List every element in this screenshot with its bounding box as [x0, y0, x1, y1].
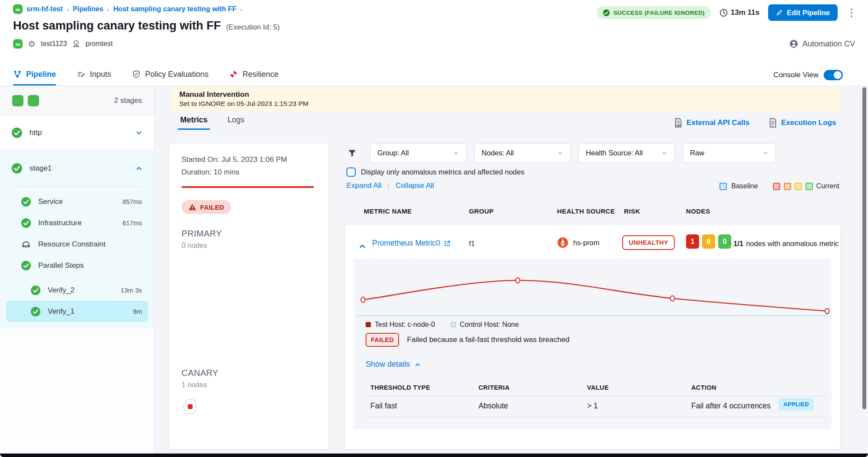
external-api-calls-label: External API Calls: [686, 118, 749, 127]
service-env-row: ∞ ⚙ test1123 promtest: [13, 39, 112, 49]
unhealthy-node-count: 1: [686, 234, 699, 249]
step-label: Infrastructure: [38, 219, 82, 227]
sidebar-step-verify1[interactable]: Verify_1 9m: [6, 301, 148, 322]
group-dropdown[interactable]: Group: All: [370, 143, 466, 163]
sidebar-step-infrastructure[interactable]: Infrastructure 617ms: [6, 212, 148, 233]
metric-name-link[interactable]: Prometheus Metric0: [372, 239, 451, 248]
test-host-label: Test Host: c-node-0: [375, 321, 435, 329]
progress-bar-failed: [182, 186, 314, 188]
health-source-dropdown[interactable]: Health Source: All: [578, 143, 675, 163]
success-check-icon: [30, 285, 41, 296]
success-check-icon: [11, 127, 23, 138]
chevron-up-icon[interactable]: [135, 164, 143, 172]
external-link-icon: [444, 240, 451, 247]
divider: [11, 186, 143, 187]
breadcrumb-project[interactable]: srm-hf-test: [26, 5, 63, 13]
service-name[interactable]: test1123: [41, 40, 67, 48]
edit-pipeline-button[interactable]: Edit Pipeline: [768, 4, 838, 21]
canary-node-hexagon[interactable]: [182, 398, 199, 415]
chevron-up-icon: [414, 361, 421, 368]
breadcrumb: ∞ srm-hf-test› Pipelines› Host sampling …: [13, 4, 242, 14]
healthy-node-count: 0: [718, 234, 731, 249]
nodes-dropdown[interactable]: Nodes: All: [474, 143, 571, 163]
baseline-legend-label: Baseline: [731, 182, 758, 190]
data-point-markers[interactable]: [361, 278, 829, 314]
threshold-type-value: Fail fast: [370, 401, 397, 411]
execution-id: (Execution Id: 5): [226, 23, 280, 32]
step-label: Service: [38, 197, 63, 206]
sidebar-step-verify2[interactable]: Verify_2 13m 3s: [6, 279, 148, 301]
breadcrumb-separator: ›: [67, 6, 69, 13]
step-duration: 617ms: [122, 219, 148, 227]
current-orange-swatch: [784, 183, 791, 190]
execution-logs-link[interactable]: Execution Logs: [769, 118, 836, 128]
tab-policy-evaluations[interactable]: Policy Evaluations: [132, 63, 208, 85]
tab-inputs[interactable]: Inputs: [77, 63, 111, 85]
col-risk: RISK: [624, 207, 640, 215]
health-source-value: hs-prom: [557, 237, 600, 248]
breadcrumb-pipelines[interactable]: Pipelines: [73, 5, 103, 13]
stage-count: 2 stages: [114, 96, 142, 105]
document-icon: [769, 118, 777, 128]
divider: [365, 396, 826, 396]
tab-metrics[interactable]: Metrics: [180, 115, 208, 130]
tab-resilience[interactable]: Resilience: [229, 63, 278, 85]
sidebar-step-resource-constraint[interactable]: Resource Constraint: [6, 233, 148, 255]
execution-logs-label: Execution Logs: [781, 118, 836, 127]
col-health-source: HEALTH SOURCE: [557, 207, 615, 215]
more-options-icon[interactable]: ⋮: [846, 7, 857, 18]
canary-block: CANARY 1 nodes: [182, 368, 218, 417]
sidebar-stage-stage1[interactable]: stage1: [0, 151, 154, 186]
stage-label: stage1: [30, 164, 52, 173]
vertical-scrollbar[interactable]: [862, 87, 866, 409]
chevron-down-icon[interactable]: [135, 129, 143, 137]
verification-summary-card: Started On: Jul 5, 2023 1:06 PM Duration…: [169, 143, 329, 449]
console-view-label: Console View: [773, 71, 818, 79]
filter-row: Group: All Nodes: All Health Source: All…: [347, 143, 776, 163]
current-green-swatch: [805, 183, 813, 190]
col-threshold-type: THRESHOLD TYPE: [370, 384, 430, 391]
sidebar-stage-http[interactable]: http: [0, 115, 154, 151]
data-mode-dropdown[interactable]: Raw: [683, 143, 776, 163]
filter-funnel-icon[interactable]: [347, 148, 357, 158]
tab-logs[interactable]: Logs: [228, 115, 244, 130]
page-title: Host sampling canary testing with FF: [13, 19, 221, 33]
pencil-icon: [776, 9, 783, 16]
sidebar-step-parallel-steps[interactable]: Parallel Steps: [6, 255, 148, 276]
banner-subtitle: Set to IGNORE on 05-Jul-2023 1:15:23 PM: [179, 100, 832, 108]
tab-policy-label: Policy Evaluations: [145, 70, 208, 79]
collapse-metric-chevron-icon[interactable]: [358, 242, 366, 250]
breadcrumb-pipeline-name[interactable]: Host sampling canary testing with FF: [113, 5, 237, 13]
external-api-calls-link[interactable]: API External API Calls: [674, 118, 749, 128]
page-header: ∞ srm-hf-test› Pipelines› Host sampling …: [0, 0, 868, 86]
chart-color-legend: Baseline Current: [719, 182, 839, 190]
col-nodes: NODES: [686, 207, 710, 215]
sidebar-step-service[interactable]: Service 857ms: [6, 191, 148, 212]
tab-resilience-label: Resilience: [242, 70, 278, 79]
console-view-toggle[interactable]: [824, 70, 843, 80]
execution-duration: 13m 11s: [719, 8, 759, 17]
baseline-legend-swatch: [719, 183, 727, 190]
breadcrumb-separator: ›: [240, 6, 242, 13]
expand-collapse-row: Expand All | Collapse All: [347, 181, 434, 190]
collapse-all-link[interactable]: Collapse All: [396, 181, 434, 190]
warning-node-count: 0: [702, 234, 715, 249]
primary-node-count: 0 nodes: [182, 241, 317, 250]
step-duration: 9m: [133, 308, 148, 315]
metric-detail-panel: Test Host: c-node-0 Control Host: None F…: [354, 258, 832, 430]
tab-pipeline[interactable]: Pipeline: [13, 63, 56, 85]
col-action: ACTION: [691, 384, 716, 391]
anomalous-checkbox[interactable]: [347, 168, 356, 177]
duration-label: 13m 11s: [731, 8, 759, 17]
environment-name[interactable]: promtest: [86, 40, 112, 48]
expand-all-link[interactable]: Expand All: [347, 181, 381, 190]
action-value: Fail after 4 occurrences: [691, 401, 771, 411]
current-legend-label: Current: [816, 182, 839, 190]
show-details-link[interactable]: Show details: [366, 360, 421, 369]
success-check-icon: [11, 163, 23, 174]
harness-service-icon: ∞: [13, 39, 23, 49]
canary-timeseries-chart[interactable]: [354, 258, 832, 323]
shield-check-icon: [132, 70, 141, 79]
success-check-icon: [21, 218, 31, 228]
primary-label: PRIMARY: [182, 229, 317, 239]
